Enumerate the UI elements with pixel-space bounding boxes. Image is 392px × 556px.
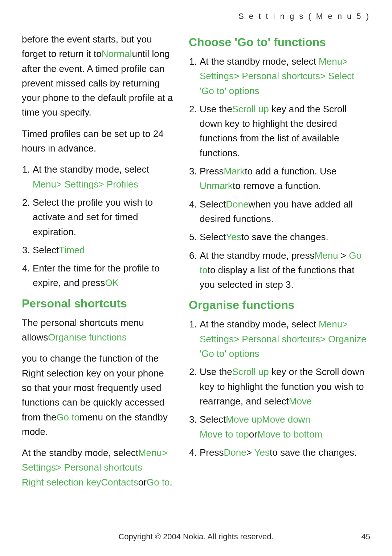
menu-settings-personal-link: Menu> Settings> Personal shortcuts> Sele…	[200, 56, 354, 96]
menu-link2: Menu	[315, 250, 338, 261]
timed-steps-list: At the standby mode, select Menu> Settin…	[22, 162, 174, 290]
list-item: Enter the time for the profile to expire…	[33, 261, 174, 290]
move-down-link: Move down	[262, 414, 310, 425]
scroll-up-link2: Scroll up	[232, 366, 269, 377]
go-to-link: Go to	[56, 412, 79, 423]
personal-standby-text: At the standby mode, selectMenu> Setting…	[22, 446, 174, 489]
left-column: before the event starts, but you forget …	[22, 32, 174, 496]
list-item: At the standby mode, select Menu> Settin…	[200, 317, 370, 361]
scroll-up-link: Scroll up	[232, 104, 269, 114]
copyright-text: Copyright © 2004 Nokia. All rights reser…	[118, 532, 273, 541]
yes-link: Yes	[226, 231, 241, 242]
settings-personal-link: Settings> Personal shortcuts	[22, 462, 142, 473]
organise-steps-list: At the standby mode, select Menu> Settin…	[189, 317, 370, 460]
intro-paragraph: before the event starts, but you forget …	[22, 32, 174, 120]
right-column: Choose 'Go to' functions At the standby …	[189, 32, 370, 496]
list-item: SelectTimed	[33, 243, 174, 257]
choose-heading: Choose 'Go to' functions	[189, 36, 370, 49]
menu-settings-organise-link: Menu> Settings> Personal shortcuts> Orga…	[200, 319, 367, 359]
list-item: SelectMove upMove down Move to toporMove…	[200, 412, 370, 442]
organise-inline: Organise functions	[48, 332, 127, 343]
move-link: Move	[289, 396, 312, 407]
timed-link: Timed	[59, 245, 85, 255]
list-item: Select the profile you wish to activate …	[33, 195, 174, 239]
done-link: Done	[226, 199, 248, 210]
personal-body-text: you to change the function of the Right …	[22, 351, 174, 439]
move-bottom-link: Move to bottom	[257, 429, 322, 440]
choose-steps-list: At the standby mode, select Menu> Settin…	[189, 54, 370, 292]
contacts-link: Contacts	[101, 477, 138, 488]
menu-settings-profiles-link: Menu> Settings> Profiles	[33, 179, 138, 190]
move-top-link: Move to top	[200, 429, 249, 440]
list-item: SelectYesto save the changes.	[200, 230, 370, 244]
unmark-link: Unmark	[200, 180, 233, 191]
list-item: At the standby mode, select Menu> Settin…	[200, 54, 370, 98]
list-item: At the standby mode, select Menu> Settin…	[33, 162, 174, 192]
normal-link: Normal	[102, 48, 132, 59]
list-item: PressMarkto add a function. Use Unmarkto…	[200, 164, 370, 193]
organise-heading: Organise functions	[189, 298, 370, 312]
done-link2: Done	[224, 447, 246, 458]
rsk-link: Right selection key	[22, 477, 101, 488]
page-header: S e t t i n g s ( M e n u 5 )	[0, 0, 392, 25]
ok-link: OK	[105, 277, 119, 288]
mark-link: Mark	[224, 166, 245, 177]
personal-shortcuts-heading: Personal shortcuts	[22, 297, 174, 310]
menu-link: Menu>	[138, 447, 167, 458]
header-text: S e t t i n g s ( M e n u 5 )	[238, 12, 370, 21]
go-to-link2: Go to	[147, 477, 170, 488]
page-number: 45	[362, 532, 370, 541]
personal-intro-text: The personal shortcuts menu allowsOrgani…	[22, 315, 174, 345]
list-item: At the standby mode, pressMenu > Go toto…	[200, 248, 370, 292]
move-up-link: Move up	[226, 414, 262, 425]
list-item: PressDone> Yesto save the changes.	[200, 445, 370, 460]
page-footer: Copyright © 2004 Nokia. All rights reser…	[0, 532, 392, 541]
timed-profiles-text: Timed profiles can be set up to 24 hours…	[22, 126, 174, 156]
list-item: SelectDonewhen you have added all desire…	[200, 197, 370, 226]
list-item: Use theScroll up key and the Scroll down…	[200, 102, 370, 160]
list-item: Use theScroll up key or the Scroll down …	[200, 364, 370, 408]
yes-link2: Yes	[254, 447, 270, 458]
